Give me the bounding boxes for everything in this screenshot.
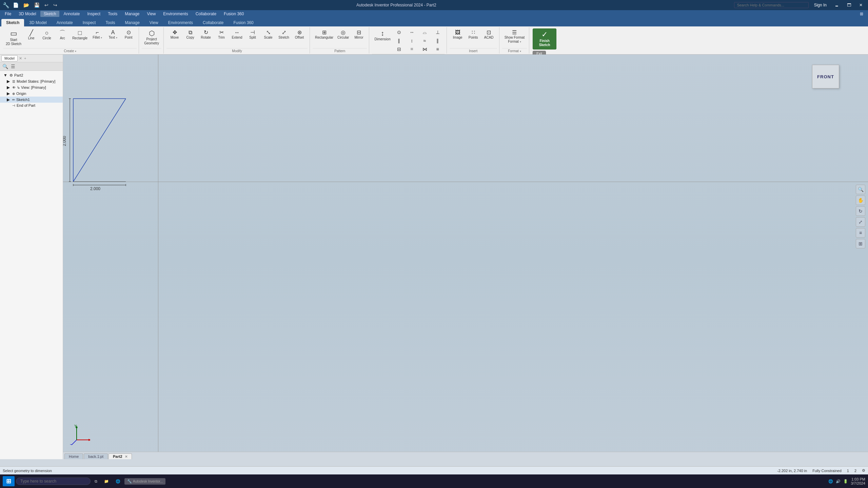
menu-manage[interactable]: Manage	[121, 11, 143, 17]
start-2d-sketch-button[interactable]: ▭ Start2D Sketch	[4, 28, 23, 47]
new-tab-button[interactable]: +	[24, 56, 26, 60]
copy-button[interactable]: ⧉ Copy	[183, 28, 198, 41]
vertical-button[interactable]: ↕	[406, 37, 418, 45]
tree-item-view[interactable]: ▶ 👁 ↳ View: [Primary]	[0, 84, 63, 90]
acad-button[interactable]: ⊡ ACAD	[481, 28, 496, 41]
tree-item-model-states[interactable]: ▶ ☰ Model States: [Primary]	[0, 78, 63, 84]
rotate-view-button[interactable]: ↻	[856, 206, 865, 216]
close-button[interactable]: ✕	[856, 2, 865, 8]
search-tree-button[interactable]: 🔍	[1, 63, 9, 70]
tab-annotate[interactable]: Annotate	[52, 19, 78, 26]
zoom-tool-button[interactable]: 🔍	[856, 185, 865, 194]
tab-back1[interactable]: back.1:pt	[84, 453, 108, 459]
move-button[interactable]: ✥ Move	[167, 28, 182, 41]
line-button[interactable]: ╱ Line	[24, 28, 39, 42]
taskbar-search-input[interactable]	[16, 477, 91, 485]
perpendicular-button[interactable]: ⊥	[432, 28, 444, 36]
extend-button[interactable]: ↔ Extend	[230, 28, 244, 41]
rectangular-button[interactable]: ⊞ Rectangular	[313, 28, 335, 41]
tree-item-origin[interactable]: ▶ ⊕ Origin	[0, 90, 63, 97]
point-button[interactable]: ⊙ Point	[121, 28, 136, 41]
offset-button[interactable]: ⊛ Offset	[292, 28, 307, 41]
trim-button[interactable]: ✂ Trim	[214, 28, 229, 41]
menu-inspect[interactable]: Inspect	[84, 11, 104, 17]
menu-file[interactable]: File	[1, 11, 15, 17]
tab-inspect[interactable]: Inspect	[78, 19, 101, 26]
rotate-button[interactable]: ↻ Rotate	[198, 28, 213, 41]
menu-collaborate[interactable]: Collaborate	[192, 11, 220, 17]
menu-tools[interactable]: Tools	[104, 11, 121, 17]
show-format-button[interactable]: ☰ Show FormatFormat ▾	[503, 28, 526, 45]
help-search-input[interactable]	[734, 2, 809, 8]
tab-part2-close[interactable]: ✕	[125, 455, 127, 459]
fileexplorer-taskbar-button[interactable]: 📁	[101, 478, 112, 485]
coincident-button[interactable]: ⊙	[393, 28, 405, 36]
filter-tree-button[interactable]: ☰	[10, 63, 16, 70]
scale-button[interactable]: ⤡ Scale	[261, 28, 276, 41]
tab-manage[interactable]: Manage	[120, 19, 144, 26]
smooth-button[interactable]: ≈	[419, 37, 431, 45]
tree-item-end-of-part[interactable]: ⊣ End of Part	[0, 103, 63, 108]
text-button[interactable]: A Text ▾	[105, 28, 120, 41]
chrome-taskbar-button[interactable]: 🌐	[113, 478, 123, 485]
stretch-button[interactable]: ⤢ Stretch	[276, 28, 291, 41]
quick-access-undo[interactable]: ↩	[43, 2, 50, 8]
split-button[interactable]: ⊣ Split	[245, 28, 260, 41]
model-tab-close[interactable]: ✕	[19, 56, 22, 61]
menu-sketch[interactable]: Sketch	[40, 11, 60, 17]
collinear-button[interactable]: ∥	[393, 37, 405, 45]
tree-item-sketch1[interactable]: ▶ ✏ Sketch1	[0, 97, 63, 103]
tab-collaborate[interactable]: Collaborate	[198, 19, 228, 26]
showconstraints-button[interactable]: ≡	[432, 45, 444, 53]
tree-item-part2[interactable]: ▼ ⚙ Part2	[0, 72, 63, 78]
mirror-button[interactable]: ⊟ Mirror	[351, 28, 366, 41]
tab-home[interactable]: Home	[64, 453, 83, 459]
fit-all-button[interactable]: ⤢	[856, 217, 865, 227]
parallel-button[interactable]: ∥	[432, 37, 444, 45]
menu-3dmodel[interactable]: 3D Model	[15, 11, 39, 17]
minimize-button[interactable]: 🗕	[832, 2, 842, 8]
tab-sketch[interactable]: Sketch	[1, 19, 24, 26]
status-settings-icon[interactable]: ⚙	[862, 468, 865, 473]
horizontal-button[interactable]: ↔	[406, 28, 418, 36]
menu-fusion360[interactable]: Fusion 360	[220, 11, 247, 17]
menu-view[interactable]: View	[144, 11, 159, 17]
inventor-taskbar-button[interactable]: 🔧 Autodesk Inventor...	[124, 478, 165, 485]
image-button[interactable]: 🖼 Image	[450, 28, 465, 41]
quick-access-redo[interactable]: ↪	[52, 2, 59, 8]
canvas-area[interactable]: 2.000 2.000 FRONT 🔍 ✋ ↻ ⤢ ≡ ⊞ X	[63, 55, 868, 459]
layer-button[interactable]: ≡	[856, 228, 865, 238]
nav-cube-face-front[interactable]: FRONT	[812, 65, 839, 88]
points-button[interactable]: ∷ Points	[466, 28, 481, 41]
tangent-button[interactable]: ⌓	[419, 28, 431, 36]
menu-help[interactable]: ⊞	[856, 11, 867, 17]
finish-sketch-button[interactable]: ✓ FinishSketch	[533, 28, 556, 49]
circle-button[interactable]: ○ Circle	[39, 28, 54, 42]
pan-tool-button[interactable]: ✋	[856, 196, 865, 205]
project-geometry-button[interactable]: ⬡ ProjectGeometry	[142, 28, 161, 47]
model-tab[interactable]: Model	[1, 55, 18, 61]
tab-fusion360[interactable]: Fusion 360	[229, 19, 258, 26]
symmetric-button[interactable]: ⋈	[419, 45, 431, 53]
arc-button[interactable]: ⌒ Arc	[55, 28, 70, 42]
fix-button[interactable]: ⊟	[393, 45, 405, 53]
tab-tools[interactable]: Tools	[101, 19, 120, 26]
tab-view[interactable]: View	[145, 19, 163, 26]
sign-in-button[interactable]: Sign In	[811, 2, 829, 8]
start-button[interactable]: ⊞	[3, 476, 15, 486]
quick-access-save[interactable]: 💾	[33, 2, 41, 8]
equal-button[interactable]: =	[406, 45, 418, 53]
quick-access-new[interactable]: 📄	[12, 2, 20, 8]
tab-part2[interactable]: Part2 ✕	[108, 453, 132, 459]
tab-3dmodel[interactable]: 3D Model	[24, 19, 51, 26]
rectangle-button[interactable]: □ Rectangle	[71, 28, 89, 42]
taskview-button[interactable]: ⧉	[92, 478, 100, 485]
circular-pattern-button[interactable]: ◎ Circular	[336, 28, 351, 41]
display-settings-button[interactable]: ⊞	[856, 239, 865, 248]
tab-environments[interactable]: Environments	[163, 19, 198, 26]
quick-access-open[interactable]: 📂	[22, 2, 31, 8]
menu-annotate[interactable]: Annotate	[60, 11, 83, 17]
fillet-button[interactable]: ⌐ Fillet ▾	[90, 28, 105, 41]
maximize-button[interactable]: 🗖	[844, 2, 854, 8]
dimension-button[interactable]: ↕ Dimension	[373, 28, 392, 43]
